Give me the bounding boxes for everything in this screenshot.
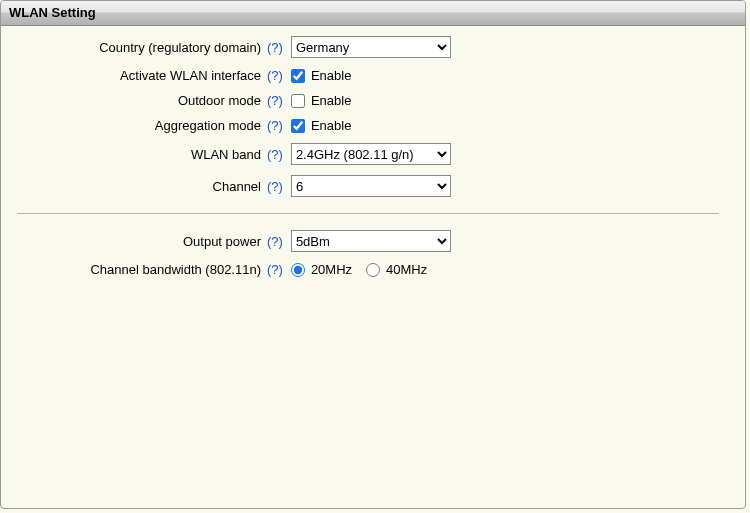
label-outdoor: Outdoor mode bbox=[11, 93, 267, 108]
help-icon[interactable]: (?) bbox=[267, 179, 283, 194]
enable-text: Enable bbox=[311, 118, 351, 133]
label-power: Output power bbox=[11, 234, 267, 249]
help-icon[interactable]: (?) bbox=[267, 147, 283, 162]
row-channel: Channel (?) 6 bbox=[11, 175, 725, 197]
select-channel[interactable]: 6 bbox=[291, 175, 451, 197]
field-aggregation: Enable bbox=[291, 118, 361, 133]
separator bbox=[17, 213, 719, 214]
label-chanbw: Channel bandwidth (802.11n) bbox=[11, 262, 267, 277]
radio-label-text: 20MHz bbox=[311, 262, 352, 277]
help-icon[interactable]: (?) bbox=[267, 234, 283, 249]
help-icon[interactable]: (?) bbox=[267, 93, 283, 108]
checkbox-aggregation-label[interactable]: Enable bbox=[291, 118, 351, 133]
row-outdoor: Outdoor mode (?) Enable bbox=[11, 93, 725, 108]
label-aggregation: Aggregation mode bbox=[11, 118, 267, 133]
radio-option[interactable]: 20MHz bbox=[291, 262, 352, 277]
help-icon[interactable]: (?) bbox=[267, 40, 283, 55]
help-icon[interactable]: (?) bbox=[267, 262, 283, 277]
checkbox-aggregation[interactable] bbox=[291, 119, 305, 133]
select-band[interactable]: 2.4GHz (802.11 g/n) bbox=[291, 143, 451, 165]
field-power: 5dBm bbox=[291, 230, 451, 252]
row-country: Country (regulatory domain) (?) Germany bbox=[11, 36, 725, 58]
wlan-setting-panel: WLAN Setting Country (regulatory domain)… bbox=[0, 0, 746, 509]
radio-option[interactable]: 40MHz bbox=[366, 262, 427, 277]
checkbox-activate-label[interactable]: Enable bbox=[291, 68, 351, 83]
row-aggregation: Aggregation mode (?) Enable bbox=[11, 118, 725, 133]
help-icon[interactable]: (?) bbox=[267, 118, 283, 133]
enable-text: Enable bbox=[311, 68, 351, 83]
label-channel: Channel bbox=[11, 179, 267, 194]
panel-title: WLAN Setting bbox=[1, 1, 745, 26]
panel-body: Country (regulatory domain) (?) Germany … bbox=[1, 26, 745, 297]
field-chanbw: 20MHz40MHz bbox=[291, 262, 437, 277]
checkbox-outdoor[interactable] bbox=[291, 94, 305, 108]
field-outdoor: Enable bbox=[291, 93, 361, 108]
label-band: WLAN band bbox=[11, 147, 267, 162]
row-band: WLAN band (?) 2.4GHz (802.11 g/n) bbox=[11, 143, 725, 165]
enable-text: Enable bbox=[311, 93, 351, 108]
row-activate: Activate WLAN interface (?) Enable bbox=[11, 68, 725, 83]
radio-label-text: 40MHz bbox=[386, 262, 427, 277]
checkbox-outdoor-label[interactable]: Enable bbox=[291, 93, 351, 108]
help-icon[interactable]: (?) bbox=[267, 68, 283, 83]
row-chanbw: Channel bandwidth (802.11n) (?) 20MHz40M… bbox=[11, 262, 725, 277]
label-activate: Activate WLAN interface bbox=[11, 68, 267, 83]
label-country: Country (regulatory domain) bbox=[11, 40, 267, 55]
row-power: Output power (?) 5dBm bbox=[11, 230, 725, 252]
field-activate: Enable bbox=[291, 68, 361, 83]
select-country[interactable]: Germany bbox=[291, 36, 451, 58]
field-channel: 6 bbox=[291, 175, 451, 197]
field-country: Germany bbox=[291, 36, 451, 58]
radio-20MHz[interactable] bbox=[291, 263, 305, 277]
select-power[interactable]: 5dBm bbox=[291, 230, 451, 252]
radio-40MHz[interactable] bbox=[366, 263, 380, 277]
checkbox-activate[interactable] bbox=[291, 69, 305, 83]
field-band: 2.4GHz (802.11 g/n) bbox=[291, 143, 451, 165]
